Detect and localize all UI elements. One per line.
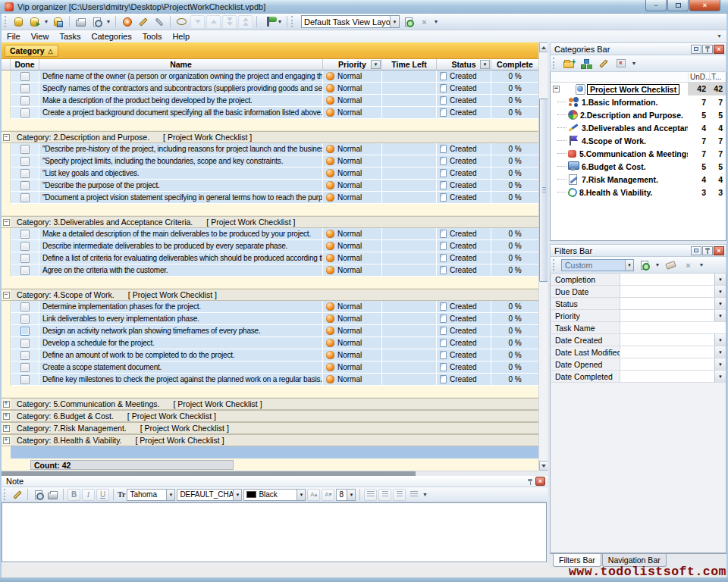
done-checkbox[interactable] bbox=[20, 157, 30, 166]
filters-toolbar-overflow[interactable]: ▼ bbox=[698, 262, 704, 268]
column-header-done[interactable]: Done bbox=[11, 59, 39, 70]
layout-flag-button[interactable] bbox=[261, 15, 275, 29]
note-pin-icon[interactable] bbox=[527, 478, 534, 485]
filter-row[interactable]: Due Date ▼ bbox=[551, 286, 726, 298]
table-row[interactable]: Define a list of criteria for evaluating… bbox=[2, 252, 538, 264]
sign-note-button[interactable] bbox=[11, 489, 24, 501]
bold-button[interactable]: B bbox=[67, 489, 80, 501]
new-database-button[interactable] bbox=[11, 15, 26, 29]
maximize-button[interactable] bbox=[667, 0, 689, 11]
table-row[interactable]: Agree on the criteria with the customer.… bbox=[2, 264, 538, 277]
tree-column-total[interactable]: T... bbox=[709, 73, 726, 81]
print-note-button[interactable] bbox=[46, 489, 59, 501]
table-row[interactable]: "List key goals and objectives. Normal C… bbox=[2, 167, 538, 180]
filter-row[interactable]: Date Opened ▼ bbox=[551, 358, 726, 371]
group-by-category-chip[interactable]: Category △ bbox=[5, 45, 58, 57]
done-checkbox[interactable] bbox=[20, 302, 30, 311]
expand-collapse-icon[interactable]: − bbox=[3, 134, 10, 141]
tree-item[interactable]: 1.Basic Information. 7 7 bbox=[551, 95, 726, 108]
font-size-combo[interactable]: 8 ▼ bbox=[336, 489, 356, 501]
print-preview-dropdown[interactable]: ▼ bbox=[105, 19, 111, 24]
bullet-list-button[interactable] bbox=[407, 489, 420, 501]
filter-dropdown-button[interactable]: ▼ bbox=[714, 298, 726, 309]
done-checkbox[interactable] bbox=[20, 254, 30, 263]
apply-filter-button[interactable] bbox=[637, 258, 651, 272]
filter-value-cell[interactable] bbox=[620, 334, 714, 346]
filter-value-cell[interactable] bbox=[620, 274, 714, 285]
close-button[interactable]: × bbox=[689, 0, 720, 11]
filter-row[interactable]: Date Created ▼ bbox=[551, 334, 726, 346]
tree-item[interactable]: 3.Deliverables and Acceptance 4 4 bbox=[551, 121, 726, 134]
column-header-time-left[interactable]: Time Left bbox=[382, 59, 437, 70]
column-header-name[interactable]: Name bbox=[39, 59, 323, 70]
filter-value-cell[interactable] bbox=[620, 371, 714, 382]
done-checkbox[interactable] bbox=[20, 230, 30, 239]
font-name-combo[interactable]: Tahoma ▼ bbox=[127, 489, 175, 501]
note-close-button[interactable]: × bbox=[535, 477, 545, 486]
align-right-button[interactable] bbox=[393, 489, 406, 501]
filter-dropdown-button[interactable]: ▼ bbox=[714, 310, 726, 321]
column-header-status[interactable]: Status▼ bbox=[437, 59, 491, 70]
menubar-overflow-chevron[interactable]: ▼ bbox=[717, 33, 722, 39]
save-database-button[interactable] bbox=[51, 15, 65, 29]
table-row[interactable]: "Describe pre-history of the project, in… bbox=[2, 143, 538, 155]
filter-value-cell[interactable] bbox=[620, 310, 714, 321]
category-group-row[interactable]: − Category: 2.Description and Purpose. [… bbox=[2, 131, 538, 143]
tree-item[interactable]: 8.Health & Viability. 3 3 bbox=[551, 186, 726, 199]
expand-collapse-icon[interactable]: + bbox=[3, 437, 10, 444]
preview-note-button[interactable] bbox=[32, 489, 45, 501]
filter-row[interactable]: Task Name bbox=[551, 322, 726, 334]
filter-value-cell[interactable] bbox=[620, 346, 714, 358]
filter-row[interactable]: Completion ▼ bbox=[551, 274, 726, 286]
category-group-row[interactable]: + Category: 5.Communication & Meetings. … bbox=[2, 398, 538, 410]
grow-font-button[interactable]: A▴ bbox=[307, 489, 320, 501]
filter-value-cell[interactable] bbox=[620, 298, 714, 309]
filters-toolbar-grip[interactable] bbox=[553, 259, 556, 271]
menu-help[interactable]: Help bbox=[167, 31, 195, 42]
status-filter-button[interactable]: ▼ bbox=[480, 60, 490, 69]
filter-value-cell[interactable] bbox=[620, 286, 714, 297]
table-row[interactable]: "Describe the purpose of the project. No… bbox=[2, 180, 538, 192]
done-checkbox[interactable] bbox=[20, 96, 30, 105]
table-row[interactable]: "Specify project limits, including the b… bbox=[2, 155, 538, 167]
done-checkbox[interactable] bbox=[20, 242, 30, 251]
column-header-complete[interactable]: Complete bbox=[491, 59, 538, 70]
done-checkbox[interactable] bbox=[20, 375, 30, 384]
vertical-scrollbar[interactable] bbox=[538, 42, 548, 471]
clear-filter-button[interactable]: × bbox=[681, 258, 695, 272]
task-view-layout-combo[interactable]: Default Task View Layout ▼ bbox=[301, 15, 400, 28]
move-to-bottom-button[interactable] bbox=[222, 15, 237, 29]
category-group-row[interactable]: − Category: 4.Scope of Work. [ Project W… bbox=[2, 289, 538, 301]
note-toolbar-overflow[interactable]: ▼ bbox=[422, 492, 428, 497]
filter-preset-dropdown[interactable]: ▼ bbox=[625, 260, 633, 271]
underline-button[interactable]: U bbox=[96, 489, 109, 501]
horizontal-scrollbar[interactable] bbox=[2, 471, 538, 476]
filter-row[interactable]: Date Completed ▼ bbox=[551, 371, 726, 383]
categories-pin-button[interactable] bbox=[702, 45, 713, 54]
new-category-button[interactable] bbox=[561, 57, 576, 70]
note-toolbar-grip[interactable] bbox=[4, 489, 7, 500]
font-size-dropdown[interactable]: ▼ bbox=[347, 490, 355, 500]
filter-preset-combo[interactable]: Custom ▼ bbox=[561, 259, 634, 271]
done-checkbox[interactable] bbox=[20, 351, 30, 360]
tree-item[interactable]: 2.Description and Purpose. 5 5 bbox=[551, 108, 726, 121]
menu-view[interactable]: View bbox=[26, 31, 55, 42]
done-checkbox[interactable] bbox=[20, 314, 30, 324]
delete-category-button[interactable]: × bbox=[613, 57, 628, 70]
clear-view-button[interactable]: × bbox=[417, 15, 431, 29]
move-up-button[interactable] bbox=[206, 15, 221, 29]
table-row[interactable]: Determine implementation phases for the … bbox=[2, 301, 538, 313]
view-tasks-button[interactable] bbox=[174, 15, 189, 29]
filters-close-button[interactable]: × bbox=[714, 246, 724, 255]
menu-tasks[interactable]: Tasks bbox=[54, 31, 86, 42]
char-style-combo[interactable]: DEFAULT_CHAR ▼ bbox=[177, 489, 242, 501]
table-row[interactable]: Define key milestones to check the proje… bbox=[2, 374, 538, 386]
font-color-dropdown[interactable]: ▼ bbox=[297, 490, 305, 500]
task-options-button[interactable] bbox=[152, 15, 166, 29]
note-text-area[interactable] bbox=[2, 502, 547, 562]
open-database-button[interactable] bbox=[27, 15, 42, 29]
shrink-font-button[interactable]: A▾ bbox=[322, 489, 334, 501]
categories-toolbar-overflow[interactable]: ▼ bbox=[631, 61, 637, 66]
apply-view-button[interactable] bbox=[401, 15, 416, 29]
apply-filter-dropdown[interactable]: ▼ bbox=[654, 262, 661, 268]
